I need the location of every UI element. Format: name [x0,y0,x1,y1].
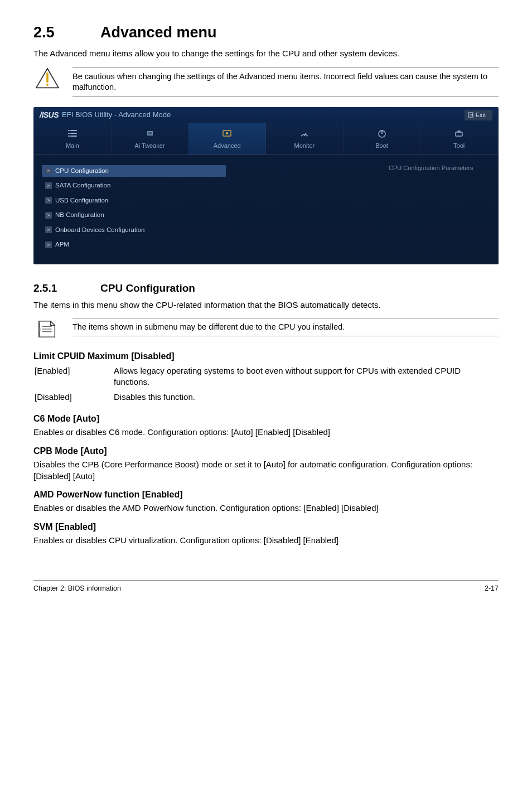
chevron-right-icon: > [45,167,52,174]
bios-body: > CPU Configuration > SATA Configuration… [34,155,498,264]
exit-icon [468,112,473,118]
menu-label: CPU Configuration [55,167,109,176]
list-icon [67,128,78,138]
chevron-right-icon: > [45,212,52,219]
setting-body: Enables or disables C6 mode. Configurati… [33,427,499,438]
menu-label: APM [55,240,69,249]
bios-help-panel: CPU Configuration Parameters [381,155,498,264]
help-text: CPU Configuration Parameters [389,165,473,171]
footer-left: Chapter 2: BIOS information [33,584,121,593]
menu-onboard-devices[interactable]: > Onboard Devices Configuration [42,224,373,236]
svg-rect-12 [148,132,152,134]
tab-main[interactable]: Main [34,123,112,154]
tab-monitor[interactable]: Monitor [266,123,344,154]
section-intro: The Advanced menu items allow you to cha… [33,48,499,59]
chevron-right-icon: > [45,241,52,248]
tab-label: Advanced [214,142,241,149]
bios-logo: /ISUS [40,110,59,120]
option-key: [Disabled] [35,392,113,405]
svg-point-14 [226,132,229,134]
note-icon [33,318,61,340]
option-table: [Enabled] Allows legacy operating system… [33,364,499,406]
option-val: Disables this function. [114,392,497,405]
menu-nb-configuration[interactable]: > NB Configuration [42,209,373,221]
tab-advanced[interactable]: Advanced [188,123,266,154]
info-note-text: The items shown in submenu may be differ… [72,318,499,337]
option-key: [Enabled] [35,365,113,390]
toolbox-icon [453,128,465,138]
tab-label: Tool [453,142,465,149]
warning-note: Be cautious when changing the settings o… [33,67,499,97]
warning-icon [33,67,61,90]
menu-cpu-configuration[interactable]: > CPU Configuration [42,165,226,177]
menu-apm[interactable]: > APM [42,239,373,251]
subsection-heading: 2.5.1CPU Configuration [33,281,499,296]
bios-screenshot: /ISUS EFI BIOS Utility - Advanced Mode E… [33,107,499,264]
bios-tabs: Main Ai Tweaker Advanced Monitor Boot To… [34,123,498,155]
info-note: The items shown in submenu may be differ… [33,318,499,340]
chevron-right-icon: > [45,182,52,189]
table-row: [Disabled] Disables this function. [35,392,497,405]
advanced-icon [221,128,233,138]
section-title-text: Advanced menu [100,24,217,41]
setting-cpb-mode: CPB Mode [Auto] [33,445,499,457]
chip-icon [144,128,156,138]
monitor-icon [299,128,310,138]
subsection-number: 2.5.1 [33,281,100,296]
exit-label: Exit [476,111,486,119]
menu-label: NB Configuration [55,211,104,220]
warning-text: Be cautious when changing the settings o… [72,67,499,97]
option-val: Allows legacy operating systems to boot … [114,365,497,390]
setting-limit-cpuid: Limit CPUID Maximum [Disabled] [33,350,499,363]
subsection-intro: The items in this menu show the CPU-rela… [33,299,499,311]
menu-label: Onboard Devices Configuration [55,226,144,235]
bios-title: EFI BIOS Utility - Advanced Mode [62,110,171,120]
setting-body: Enables or disables the AMD PowerNow fun… [33,503,499,514]
setting-amd-powernow: AMD PowerNow function [Enabled] [33,489,499,501]
tab-label: Boot [375,142,388,149]
section-heading: 2.5Advanced menu [33,22,499,42]
setting-svm: SVM [Enabled] [33,521,499,533]
footer-right: 2-17 [485,584,499,593]
setting-body: Disables the CPB (Core Performance Boost… [33,459,499,482]
tab-label: Ai Tweaker [134,142,165,149]
tab-ai-tweaker[interactable]: Ai Tweaker [112,123,189,154]
bios-menu-list: > CPU Configuration > SATA Configuration… [34,155,381,264]
tab-tool[interactable]: Tool [420,123,498,154]
section-number: 2.5 [33,22,100,42]
tab-label: Monitor [294,142,315,149]
power-icon [376,128,388,138]
chevron-right-icon: > [45,226,52,233]
tab-label: Main [66,142,79,149]
subsection-title: CPU Configuration [100,282,195,294]
exit-button[interactable]: Exit [465,110,492,120]
menu-usb-configuration[interactable]: > USB Configuration [42,195,373,207]
bios-titlebar: /ISUS EFI BIOS Utility - Advanced Mode E… [34,108,498,123]
menu-label: USB Configuration [55,196,108,205]
menu-sata-configuration[interactable]: > SATA Configuration [42,180,373,192]
setting-body: Enables or disables CPU virtualization. … [33,535,499,546]
chevron-right-icon: > [45,197,52,204]
menu-label: SATA Configuration [55,181,110,190]
page-footer: Chapter 2: BIOS information 2-17 [33,580,499,593]
svg-point-2 [46,84,49,86]
table-row: [Enabled] Allows legacy operating system… [35,365,497,390]
svg-rect-18 [456,132,462,136]
setting-c6-mode: C6 Mode [Auto] [33,413,499,425]
tab-boot[interactable]: Boot [344,123,421,154]
